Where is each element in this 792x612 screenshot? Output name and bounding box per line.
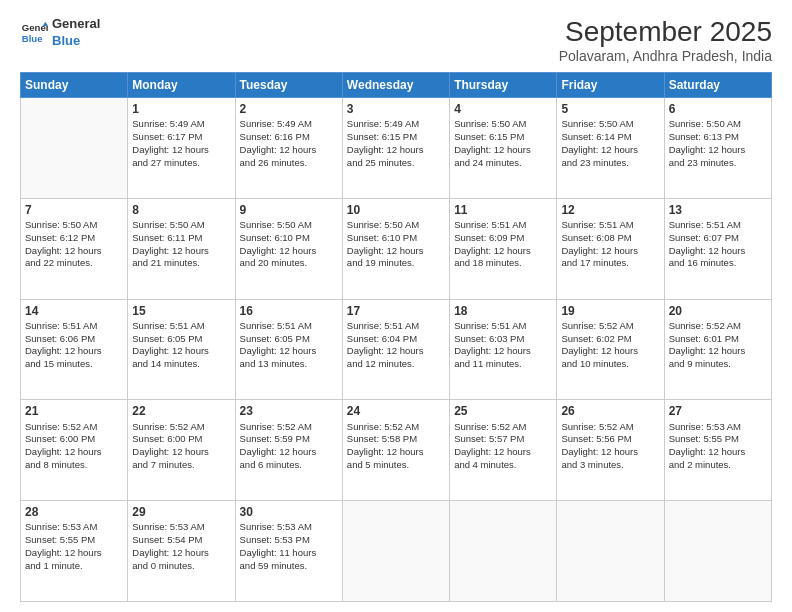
calendar-cell: 18Sunrise: 5:51 AMSunset: 6:03 PMDayligh… — [450, 299, 557, 400]
day-info: Sunset: 6:09 PM — [454, 232, 552, 245]
day-number: 6 — [669, 101, 767, 117]
day-info: Daylight: 12 hours — [347, 245, 445, 258]
logo-general: General — [52, 16, 100, 33]
day-number: 15 — [132, 303, 230, 319]
day-number: 9 — [240, 202, 338, 218]
day-number: 13 — [669, 202, 767, 218]
day-info: Sunrise: 5:51 AM — [454, 219, 552, 232]
day-number: 8 — [132, 202, 230, 218]
day-number: 27 — [669, 403, 767, 419]
day-info: Daylight: 12 hours — [240, 446, 338, 459]
day-info: Sunset: 6:12 PM — [25, 232, 123, 245]
day-info: Sunrise: 5:53 AM — [25, 521, 123, 534]
day-info: Sunset: 6:06 PM — [25, 333, 123, 346]
day-info: and 16 minutes. — [669, 257, 767, 270]
calendar-cell: 8Sunrise: 5:50 AMSunset: 6:11 PMDaylight… — [128, 198, 235, 299]
day-info: Daylight: 12 hours — [25, 245, 123, 258]
day-info: Sunrise: 5:50 AM — [132, 219, 230, 232]
calendar-cell: 14Sunrise: 5:51 AMSunset: 6:06 PMDayligh… — [21, 299, 128, 400]
logo: General Blue General Blue — [20, 16, 100, 50]
page: General Blue General Blue September 2025… — [0, 0, 792, 612]
day-info: and 5 minutes. — [347, 459, 445, 472]
calendar-table: Sunday Monday Tuesday Wednesday Thursday… — [20, 72, 772, 602]
col-sunday: Sunday — [21, 73, 128, 98]
day-info: Sunset: 6:08 PM — [561, 232, 659, 245]
day-info: and 17 minutes. — [561, 257, 659, 270]
day-info: Daylight: 11 hours — [240, 547, 338, 560]
day-info: Sunrise: 5:52 AM — [132, 421, 230, 434]
calendar-cell: 4Sunrise: 5:50 AMSunset: 6:15 PMDaylight… — [450, 98, 557, 199]
calendar-row: 28Sunrise: 5:53 AMSunset: 5:55 PMDayligh… — [21, 501, 772, 602]
day-info: Sunrise: 5:50 AM — [347, 219, 445, 232]
day-info: Sunrise: 5:51 AM — [669, 219, 767, 232]
day-info: Sunrise: 5:51 AM — [25, 320, 123, 333]
day-info: Daylight: 12 hours — [561, 345, 659, 358]
day-info: Daylight: 12 hours — [454, 446, 552, 459]
calendar-cell: 27Sunrise: 5:53 AMSunset: 5:55 PMDayligh… — [664, 400, 771, 501]
day-info: Sunrise: 5:49 AM — [132, 118, 230, 131]
day-info: Sunrise: 5:51 AM — [561, 219, 659, 232]
day-info: Daylight: 12 hours — [132, 245, 230, 258]
calendar-cell — [21, 98, 128, 199]
calendar-cell: 10Sunrise: 5:50 AMSunset: 6:10 PMDayligh… — [342, 198, 449, 299]
day-number: 24 — [347, 403, 445, 419]
day-info: Sunrise: 5:53 AM — [669, 421, 767, 434]
day-number: 28 — [25, 504, 123, 520]
day-info: Sunset: 6:16 PM — [240, 131, 338, 144]
day-number: 11 — [454, 202, 552, 218]
day-info: Daylight: 12 hours — [132, 144, 230, 157]
day-info: and 13 minutes. — [240, 358, 338, 371]
logo-icon: General Blue — [20, 19, 48, 47]
header: General Blue General Blue September 2025… — [20, 16, 772, 64]
day-info: Sunset: 6:15 PM — [347, 131, 445, 144]
day-info: and 3 minutes. — [561, 459, 659, 472]
day-info: Sunrise: 5:53 AM — [240, 521, 338, 534]
day-info: Sunrise: 5:52 AM — [454, 421, 552, 434]
day-number: 20 — [669, 303, 767, 319]
day-info: Daylight: 12 hours — [25, 446, 123, 459]
day-info: and 25 minutes. — [347, 157, 445, 170]
calendar-cell: 7Sunrise: 5:50 AMSunset: 6:12 PMDaylight… — [21, 198, 128, 299]
day-info: and 11 minutes. — [454, 358, 552, 371]
day-number: 12 — [561, 202, 659, 218]
day-info: and 4 minutes. — [454, 459, 552, 472]
day-info: and 27 minutes. — [132, 157, 230, 170]
day-info: Daylight: 12 hours — [561, 144, 659, 157]
calendar-cell — [664, 501, 771, 602]
day-info: Daylight: 12 hours — [669, 144, 767, 157]
day-info: and 23 minutes. — [669, 157, 767, 170]
calendar-row: 14Sunrise: 5:51 AMSunset: 6:06 PMDayligh… — [21, 299, 772, 400]
calendar-cell: 26Sunrise: 5:52 AMSunset: 5:56 PMDayligh… — [557, 400, 664, 501]
col-friday: Friday — [557, 73, 664, 98]
day-number: 2 — [240, 101, 338, 117]
calendar-cell: 25Sunrise: 5:52 AMSunset: 5:57 PMDayligh… — [450, 400, 557, 501]
day-number: 22 — [132, 403, 230, 419]
calendar-row: 1Sunrise: 5:49 AMSunset: 6:17 PMDaylight… — [21, 98, 772, 199]
day-info: Sunset: 5:56 PM — [561, 433, 659, 446]
calendar-row: 7Sunrise: 5:50 AMSunset: 6:12 PMDaylight… — [21, 198, 772, 299]
day-info: and 8 minutes. — [25, 459, 123, 472]
day-number: 23 — [240, 403, 338, 419]
col-wednesday: Wednesday — [342, 73, 449, 98]
day-info: Sunrise: 5:49 AM — [347, 118, 445, 131]
calendar-cell: 1Sunrise: 5:49 AMSunset: 6:17 PMDaylight… — [128, 98, 235, 199]
calendar-cell: 15Sunrise: 5:51 AMSunset: 6:05 PMDayligh… — [128, 299, 235, 400]
day-info: Sunset: 5:53 PM — [240, 534, 338, 547]
day-info: Sunset: 6:17 PM — [132, 131, 230, 144]
calendar-cell: 16Sunrise: 5:51 AMSunset: 6:05 PMDayligh… — [235, 299, 342, 400]
day-number: 17 — [347, 303, 445, 319]
day-info: Daylight: 12 hours — [347, 345, 445, 358]
col-tuesday: Tuesday — [235, 73, 342, 98]
day-info: Sunset: 6:10 PM — [240, 232, 338, 245]
calendar-row: 21Sunrise: 5:52 AMSunset: 6:00 PMDayligh… — [21, 400, 772, 501]
day-info: Daylight: 12 hours — [132, 547, 230, 560]
day-info: and 21 minutes. — [132, 257, 230, 270]
day-info: Sunrise: 5:49 AM — [240, 118, 338, 131]
day-info: Sunset: 5:55 PM — [669, 433, 767, 446]
calendar-cell: 24Sunrise: 5:52 AMSunset: 5:58 PMDayligh… — [342, 400, 449, 501]
day-info: Sunset: 6:11 PM — [132, 232, 230, 245]
day-info: and 9 minutes. — [669, 358, 767, 371]
day-info: Sunset: 6:10 PM — [347, 232, 445, 245]
day-info: Daylight: 12 hours — [454, 144, 552, 157]
day-info: Sunset: 5:54 PM — [132, 534, 230, 547]
